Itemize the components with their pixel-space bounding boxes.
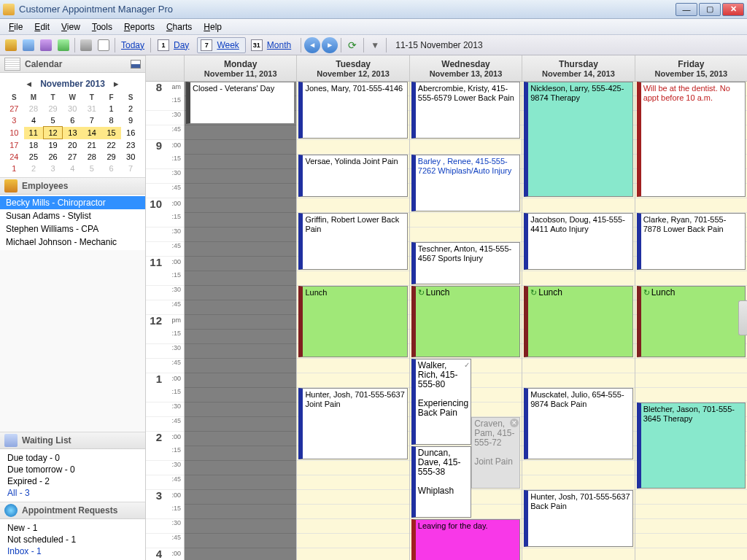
menu-charts[interactable]: Charts: [160, 20, 198, 34]
list-button[interactable]: [96, 37, 112, 53]
appt-wed-lunch[interactable]: ↻Lunch: [411, 286, 520, 357]
appt-note-dentist[interactable]: Will be at the dentist. No appt before 1…: [637, 82, 746, 197]
find-button[interactable]: [55, 37, 71, 53]
appt-barley[interactable]: Barley , Renee, 415-555-7262 Whiplash/Au…: [411, 155, 520, 211]
employee-item[interactable]: Becky Mills - Chiropractor: [0, 196, 145, 209]
minical-day[interactable]: 17: [4, 139, 24, 152]
minical-day[interactable]: 28: [24, 103, 44, 114]
appt-bletcher[interactable]: Bletcher, Jason, 701-555-3645 Therapy: [637, 402, 746, 489]
day-tuesday[interactable]: Jones, Mary, 701-555-4146 Versae, Yolind…: [296, 82, 409, 560]
employee-item[interactable]: Susan Adams - Stylist: [0, 209, 145, 222]
day-header[interactable]: WednesdayNovember 13, 2013: [409, 55, 522, 81]
cancel-icon[interactable]: ✕: [510, 419, 519, 427]
appt-versae[interactable]: Versae, Yolinda Joint Pain: [298, 155, 407, 197]
minical-day[interactable]: 30: [121, 151, 141, 163]
print-button[interactable]: [78, 37, 94, 53]
appt-griffin[interactable]: Griffin, Robert Lower Back Pain: [298, 213, 407, 270]
minical-day[interactable]: 20: [63, 139, 82, 152]
panel-menu-icon[interactable]: [131, 60, 141, 69]
minical-day[interactable]: 7: [121, 163, 141, 174]
day-wednesday[interactable]: Abercrombie, Kristy, 415-555-6579 Lower …: [409, 82, 522, 560]
appt-closed[interactable]: Closed - Veterans' Day: [186, 82, 295, 124]
waiting-due-today[interactable]: Due today - 0: [7, 452, 138, 464]
maximize-button[interactable]: ▢: [699, 3, 721, 16]
minical-day[interactable]: 30: [63, 103, 82, 114]
prev-button[interactable]: ◄: [304, 37, 320, 53]
minical-day[interactable]: 4: [24, 114, 44, 127]
minical-day[interactable]: 12: [43, 127, 63, 139]
menu-file[interactable]: File: [3, 20, 28, 34]
minical-day[interactable]: 26: [43, 151, 63, 163]
minical-day[interactable]: 10: [4, 127, 24, 139]
appt-jacobson[interactable]: Jacobson, Doug, 415-555-4411 Auto Injury: [524, 213, 632, 270]
minical-day[interactable]: 2: [121, 103, 141, 114]
appt-tue-hunter[interactable]: Hunter, Josh, 701-555-5637 Joint Pain: [298, 388, 407, 459]
day-header[interactable]: FridayNovember 15, 2013: [635, 55, 747, 81]
day-header[interactable]: TuesdayNovember 12, 2013: [296, 55, 409, 81]
menu-view[interactable]: View: [55, 20, 86, 34]
filter-button[interactable]: ▼: [367, 37, 383, 53]
calendar-panel-header[interactable]: Calendar: [0, 55, 145, 73]
appt-clarke[interactable]: Clarke, Ryan, 701-555-7878 Lower Back Pa…: [637, 213, 746, 270]
view-day-button[interactable]: 1Day: [154, 37, 196, 53]
minical-day[interactable]: 6: [63, 114, 82, 127]
appt-duncan[interactable]: Duncan, Dave, 415-555-38Whiplash: [411, 446, 471, 518]
view-month-button[interactable]: 31Month: [247, 37, 298, 53]
minical-day[interactable]: 25: [24, 151, 44, 163]
today-link[interactable]: Today: [118, 40, 147, 50]
minical-prev[interactable]: ◄: [25, 79, 33, 88]
next-button[interactable]: ►: [322, 37, 338, 53]
minical-day[interactable]: 24: [4, 151, 24, 163]
minical-day[interactable]: 23: [121, 139, 141, 152]
minical-next[interactable]: ►: [112, 79, 120, 88]
appt-abercrombie[interactable]: Abercrombie, Kristy, 415-555-6579 Lower …: [411, 82, 520, 139]
minical-day[interactable]: 4: [63, 163, 82, 174]
minical-day[interactable]: 18: [24, 139, 44, 152]
minical-day[interactable]: 1: [101, 103, 121, 114]
minical-day[interactable]: 15: [101, 127, 121, 139]
minical-day[interactable]: 22: [101, 139, 121, 152]
minical-day[interactable]: 28: [82, 151, 102, 163]
waiting-due-tomorrow[interactable]: Due tomorrow - 0: [7, 464, 138, 475]
minical-day[interactable]: 27: [63, 151, 82, 163]
day-header[interactable]: ThursdayNovember 14, 2013: [522, 55, 634, 81]
appt-leaving[interactable]: Leaving for the day.: [411, 519, 520, 560]
waiting-all[interactable]: All - 3: [7, 487, 138, 499]
waiting-panel-header[interactable]: Waiting List: [0, 432, 145, 449]
requests-inbox[interactable]: Inbox - 1: [7, 545, 138, 557]
day-header[interactable]: MondayNovember 11, 2013: [184, 55, 296, 81]
appt-tue-lunch[interactable]: Lunch: [298, 286, 407, 357]
employee-item[interactable]: Stephen Williams - CPA: [0, 222, 145, 236]
minical-day[interactable]: 31: [82, 103, 102, 114]
minical-day[interactable]: 8: [101, 114, 121, 127]
minimize-button[interactable]: —: [676, 3, 697, 16]
minical-day[interactable]: 14: [82, 127, 102, 139]
appt-thu-lunch[interactable]: ↻Lunch: [524, 286, 632, 357]
close-button[interactable]: ✕: [722, 3, 744, 16]
minical-day[interactable]: 2: [24, 163, 44, 174]
minical-day[interactable]: 9: [121, 114, 141, 127]
customers-button[interactable]: [38, 37, 54, 53]
minical-day[interactable]: 1: [4, 163, 24, 174]
day-thursday[interactable]: Nickleson, Larry, 555-425-9874 Therapy J…: [522, 82, 634, 560]
appt-musckatel[interactable]: Musckatel, Julio, 654-555-9874 Back Pain: [524, 388, 632, 459]
minical-day[interactable]: 6: [101, 163, 121, 174]
menu-reports[interactable]: Reports: [118, 20, 160, 34]
appt-teschner[interactable]: Teschner, Anton, 415-555-4567 Sports Inj…: [411, 242, 520, 284]
calendar-button[interactable]: [20, 37, 36, 53]
minical-day[interactable]: 19: [43, 139, 63, 152]
side-panel-handle[interactable]: [738, 300, 747, 335]
menu-edit[interactable]: Edit: [28, 20, 55, 34]
minical-day[interactable]: 29: [43, 103, 63, 114]
minical-day[interactable]: 7: [82, 114, 102, 127]
appt-fri-lunch[interactable]: ↻Lunch: [637, 286, 746, 357]
minical-day[interactable]: 29: [101, 151, 121, 163]
appt-jones[interactable]: Jones, Mary, 701-555-4146: [298, 82, 407, 139]
minical-day[interactable]: 11: [24, 127, 44, 139]
employee-item[interactable]: Michael Johnson - Mechanic: [0, 236, 145, 249]
minical-day[interactable]: 27: [4, 103, 24, 114]
employees-panel-header[interactable]: Employees: [0, 177, 145, 195]
day-friday[interactable]: Will be at the dentist. No appt before 1…: [635, 82, 747, 560]
menu-help[interactable]: Help: [198, 20, 228, 34]
appt-walker[interactable]: Walker, Rich, 415-555-80Experiencing Bac…: [411, 359, 471, 445]
